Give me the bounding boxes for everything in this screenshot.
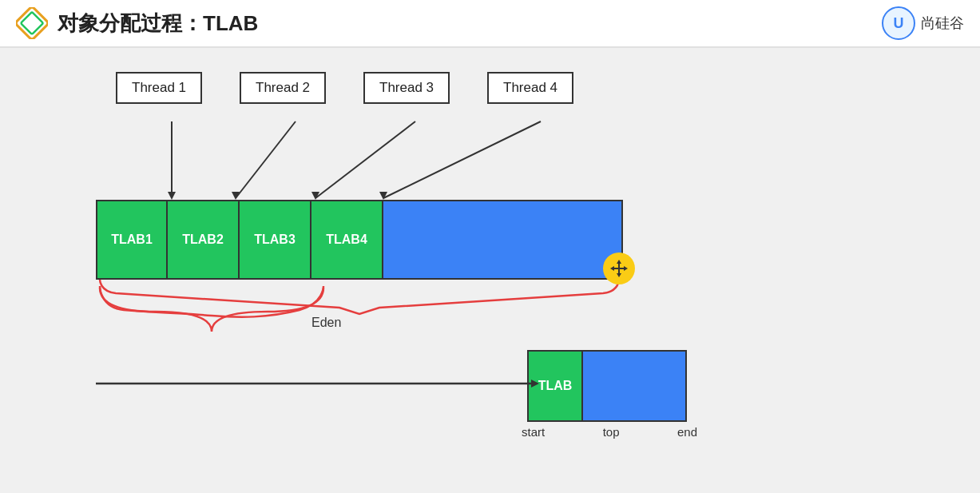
tlab-bar: TLAB1 TLAB2 TLAB3 TLAB4 <box>96 200 623 280</box>
brace-svg <box>96 276 623 320</box>
svg-line-10 <box>383 121 541 198</box>
svg-marker-16 <box>617 273 621 277</box>
svg-marker-15 <box>617 260 621 264</box>
diamond-icon <box>16 7 48 39</box>
thread1-box: Thread 1 <box>116 72 202 104</box>
bar-to-detail-arrow <box>96 352 551 415</box>
detail-labels: start top end <box>522 425 697 439</box>
svg-marker-7 <box>232 192 240 200</box>
tlab2-label: TLAB2 <box>182 233 224 247</box>
brand-logo: U 尚硅谷 <box>881 6 964 41</box>
remaining-segment <box>383 200 623 280</box>
svg-marker-11 <box>379 192 387 200</box>
start-label: start <box>522 425 545 439</box>
top-label: top <box>603 425 620 439</box>
thread4-label: Thread 4 <box>503 80 557 95</box>
svg-marker-21 <box>531 380 539 388</box>
svg-text:U: U <box>894 15 904 31</box>
thread2-label: Thread 2 <box>256 80 310 95</box>
tlab-detail-blue <box>583 350 687 422</box>
tlab3-label: TLAB3 <box>254 233 296 247</box>
end-label: end <box>677 425 697 439</box>
page-title: 对象分配过程：TLAB <box>58 10 258 38</box>
thread1-label: Thread 1 <box>132 80 186 95</box>
thread3-label: Thread 3 <box>379 80 434 95</box>
tlab2-segment: TLAB2 <box>168 200 240 280</box>
svg-marker-5 <box>168 192 176 200</box>
svg-marker-18 <box>610 266 614 271</box>
svg-marker-9 <box>311 192 319 200</box>
thread2-box: Thread 2 <box>240 72 326 104</box>
svg-marker-19 <box>624 266 628 271</box>
move-cursor-icon <box>610 260 628 277</box>
tlab1-label: TLAB1 <box>111 233 153 247</box>
tlab3-segment: TLAB3 <box>240 200 311 280</box>
header: 对象分配过程：TLAB U 尚硅谷 <box>0 0 980 48</box>
cursor-indicator <box>603 252 635 284</box>
tlab1-segment: TLAB1 <box>96 200 168 280</box>
tlab4-label: TLAB4 <box>326 233 367 247</box>
svg-line-6 <box>236 121 296 198</box>
tlab-detail-box: TLAB <box>527 350 687 422</box>
header-left: 对象分配过程：TLAB <box>16 7 258 39</box>
eden-label: Eden <box>311 316 341 330</box>
main-content: Eden Thread 1 Thread 2 Thread 3 Thread 4… <box>0 48 980 493</box>
thread4-box: Thread 4 <box>487 72 573 104</box>
tlab4-segment: TLAB4 <box>311 200 383 280</box>
brand-icon: U <box>881 6 916 41</box>
brand-text: 尚硅谷 <box>921 14 964 33</box>
svg-line-8 <box>315 121 415 198</box>
thread3-box: Thread 3 <box>363 72 450 104</box>
